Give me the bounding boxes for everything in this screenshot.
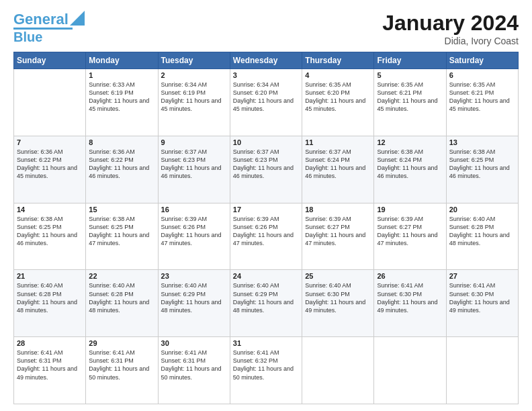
calendar-week-row: 7Sunrise: 6:36 AMSunset: 6:22 PMDaylight… xyxy=(14,136,519,203)
calendar-header-saturday: Saturday xyxy=(446,52,518,69)
cell-info: Sunrise: 6:34 AMSunset: 6:20 PMDaylight:… xyxy=(233,81,299,113)
calendar-cell: 6Sunrise: 6:35 AMSunset: 6:21 PMDaylight… xyxy=(446,69,518,136)
day-number: 17 xyxy=(233,205,299,214)
calendar-week-row: 1Sunrise: 6:33 AMSunset: 6:19 PMDaylight… xyxy=(14,69,519,136)
calendar-cell: 1Sunrise: 6:33 AMSunset: 6:19 PMDaylight… xyxy=(86,69,158,136)
day-number: 26 xyxy=(377,272,443,280)
day-number: 8 xyxy=(89,138,154,146)
logo-general: General xyxy=(13,11,69,28)
cell-info: Sunrise: 6:40 AMSunset: 6:28 PMDaylight:… xyxy=(449,215,515,248)
day-number: 21 xyxy=(17,272,83,280)
cell-info: Sunrise: 6:40 AMSunset: 6:28 PMDaylight:… xyxy=(17,281,83,314)
calendar-header-monday: Monday xyxy=(86,52,158,69)
day-number: 19 xyxy=(377,205,443,214)
cell-info: Sunrise: 6:40 AMSunset: 6:28 PMDaylight:… xyxy=(89,281,154,314)
cell-info: Sunrise: 6:39 AMSunset: 6:26 PMDaylight:… xyxy=(233,215,299,248)
title-area: January 2024 Didia, Ivory Coast xyxy=(382,11,519,46)
calendar-cell: 3Sunrise: 6:34 AMSunset: 6:20 PMDaylight… xyxy=(230,69,302,136)
calendar-cell xyxy=(446,337,518,404)
logo: General Blue xyxy=(13,11,85,44)
month-year: January 2024 xyxy=(382,11,519,36)
cell-info: Sunrise: 6:36 AMSunset: 6:22 PMDaylight:… xyxy=(17,148,83,181)
cell-info: Sunrise: 6:41 AMSunset: 6:30 PMDaylight:… xyxy=(449,281,515,314)
calendar-cell xyxy=(14,69,86,136)
cell-info: Sunrise: 6:34 AMSunset: 6:19 PMDaylight:… xyxy=(161,81,227,113)
calendar-cell: 23Sunrise: 6:40 AMSunset: 6:29 PMDayligh… xyxy=(158,270,230,337)
cell-info: Sunrise: 6:35 AMSunset: 6:21 PMDaylight:… xyxy=(377,81,443,113)
calendar-cell: 15Sunrise: 6:38 AMSunset: 6:25 PMDayligh… xyxy=(86,203,158,270)
calendar-cell: 24Sunrise: 6:40 AMSunset: 6:29 PMDayligh… xyxy=(230,270,302,337)
page: General Blue January 2024 Didia, Ivory C… xyxy=(0,0,532,411)
day-number: 23 xyxy=(161,272,227,280)
header: General Blue January 2024 Didia, Ivory C… xyxy=(13,11,519,46)
calendar-cell: 10Sunrise: 6:37 AMSunset: 6:23 PMDayligh… xyxy=(230,136,302,203)
cell-info: Sunrise: 6:40 AMSunset: 6:30 PMDaylight:… xyxy=(305,281,371,314)
calendar-cell: 28Sunrise: 6:41 AMSunset: 6:31 PMDayligh… xyxy=(14,337,86,404)
cell-info: Sunrise: 6:38 AMSunset: 6:25 PMDaylight:… xyxy=(89,215,154,248)
calendar-cell: 30Sunrise: 6:41 AMSunset: 6:31 PMDayligh… xyxy=(158,337,230,404)
cell-info: Sunrise: 6:35 AMSunset: 6:20 PMDaylight:… xyxy=(305,81,371,113)
day-number: 30 xyxy=(161,339,227,347)
calendar-cell: 4Sunrise: 6:35 AMSunset: 6:20 PMDaylight… xyxy=(302,69,374,136)
cell-info: Sunrise: 6:38 AMSunset: 6:25 PMDaylight:… xyxy=(17,215,83,248)
day-number: 31 xyxy=(233,339,299,347)
calendar-cell: 18Sunrise: 6:39 AMSunset: 6:27 PMDayligh… xyxy=(302,203,374,270)
calendar-cell: 13Sunrise: 6:38 AMSunset: 6:25 PMDayligh… xyxy=(446,136,518,203)
calendar-cell: 12Sunrise: 6:38 AMSunset: 6:24 PMDayligh… xyxy=(374,136,446,203)
cell-info: Sunrise: 6:41 AMSunset: 6:32 PMDaylight:… xyxy=(233,349,299,381)
day-number: 27 xyxy=(449,272,515,280)
calendar-cell: 8Sunrise: 6:36 AMSunset: 6:22 PMDaylight… xyxy=(86,136,158,203)
day-number: 5 xyxy=(377,71,443,79)
calendar-cell xyxy=(374,337,446,404)
calendar-table: SundayMondayTuesdayWednesdayThursdayFrid… xyxy=(13,52,519,404)
calendar-cell: 2Sunrise: 6:34 AMSunset: 6:19 PMDaylight… xyxy=(158,69,230,136)
cell-info: Sunrise: 6:39 AMSunset: 6:26 PMDaylight:… xyxy=(161,215,227,248)
cell-info: Sunrise: 6:37 AMSunset: 6:24 PMDaylight:… xyxy=(305,148,371,181)
calendar-cell: 17Sunrise: 6:39 AMSunset: 6:26 PMDayligh… xyxy=(230,203,302,270)
day-number: 25 xyxy=(305,272,371,280)
day-number: 14 xyxy=(17,205,83,214)
location: Didia, Ivory Coast xyxy=(382,36,519,46)
day-number: 13 xyxy=(449,138,515,146)
calendar-cell: 21Sunrise: 6:40 AMSunset: 6:28 PMDayligh… xyxy=(14,270,86,337)
calendar-cell: 11Sunrise: 6:37 AMSunset: 6:24 PMDayligh… xyxy=(302,136,374,203)
cell-info: Sunrise: 6:33 AMSunset: 6:19 PMDaylight:… xyxy=(89,81,154,113)
day-number: 7 xyxy=(17,138,83,146)
cell-info: Sunrise: 6:37 AMSunset: 6:23 PMDaylight:… xyxy=(233,148,299,181)
cell-info: Sunrise: 6:39 AMSunset: 6:27 PMDaylight:… xyxy=(305,215,371,248)
calendar-header-thursday: Thursday xyxy=(302,52,374,69)
day-number: 15 xyxy=(89,205,154,214)
calendar-cell xyxy=(302,337,374,404)
calendar-header-row: SundayMondayTuesdayWednesdayThursdayFrid… xyxy=(14,52,519,69)
day-number: 24 xyxy=(233,272,299,280)
cell-info: Sunrise: 6:41 AMSunset: 6:30 PMDaylight:… xyxy=(377,281,443,314)
calendar-header-wednesday: Wednesday xyxy=(230,52,302,69)
calendar-cell: 14Sunrise: 6:38 AMSunset: 6:25 PMDayligh… xyxy=(14,203,86,270)
day-number: 6 xyxy=(449,71,515,79)
day-number: 1 xyxy=(89,71,154,79)
day-number: 3 xyxy=(233,71,299,79)
cell-info: Sunrise: 6:39 AMSunset: 6:27 PMDaylight:… xyxy=(377,215,443,248)
logo-text: General xyxy=(13,12,69,27)
calendar-week-row: 14Sunrise: 6:38 AMSunset: 6:25 PMDayligh… xyxy=(14,203,519,270)
day-number: 29 xyxy=(89,339,154,347)
calendar-header-friday: Friday xyxy=(374,52,446,69)
calendar-cell: 26Sunrise: 6:41 AMSunset: 6:30 PMDayligh… xyxy=(374,270,446,337)
calendar-cell: 9Sunrise: 6:37 AMSunset: 6:23 PMDaylight… xyxy=(158,136,230,203)
day-number: 9 xyxy=(161,138,227,146)
calendar-cell: 31Sunrise: 6:41 AMSunset: 6:32 PMDayligh… xyxy=(230,337,302,404)
day-number: 12 xyxy=(377,138,443,146)
calendar-cell: 29Sunrise: 6:41 AMSunset: 6:31 PMDayligh… xyxy=(86,337,158,404)
day-number: 28 xyxy=(17,339,83,347)
cell-info: Sunrise: 6:41 AMSunset: 6:31 PMDaylight:… xyxy=(161,349,227,381)
day-number: 10 xyxy=(233,138,299,146)
cell-info: Sunrise: 6:38 AMSunset: 6:24 PMDaylight:… xyxy=(377,148,443,181)
calendar-cell: 27Sunrise: 6:41 AMSunset: 6:30 PMDayligh… xyxy=(446,270,518,337)
day-number: 16 xyxy=(161,205,227,214)
logo-blue: Blue xyxy=(13,30,42,44)
cell-info: Sunrise: 6:37 AMSunset: 6:23 PMDaylight:… xyxy=(161,148,227,181)
calendar-week-row: 28Sunrise: 6:41 AMSunset: 6:31 PMDayligh… xyxy=(14,337,519,404)
calendar-cell: 22Sunrise: 6:40 AMSunset: 6:28 PMDayligh… xyxy=(86,270,158,337)
calendar-cell: 5Sunrise: 6:35 AMSunset: 6:21 PMDaylight… xyxy=(374,69,446,136)
cell-info: Sunrise: 6:38 AMSunset: 6:25 PMDaylight:… xyxy=(449,148,515,181)
